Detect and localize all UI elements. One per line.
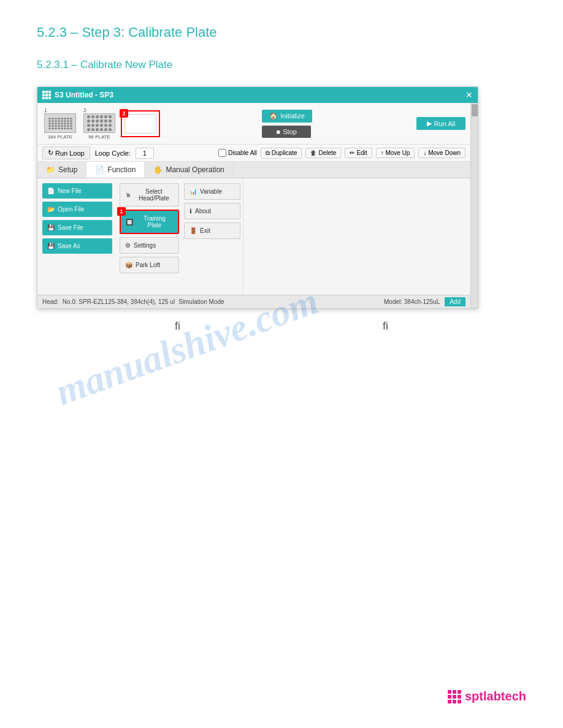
scrollbar-thumb xyxy=(472,104,478,116)
plate-item-2[interactable]: 2 96 PLATE xyxy=(82,105,117,142)
trash-icon: 🗑 xyxy=(310,150,316,156)
tab-setup[interactable]: 📁 Setup xyxy=(37,162,86,178)
save-file-icon: 💾 xyxy=(47,224,55,231)
document-icon: 📄 xyxy=(95,165,104,174)
folder-icon: 📁 xyxy=(46,165,55,174)
home-icon: 🏠 xyxy=(269,112,278,120)
tab-manual-operation[interactable]: 🖐 Manual Operation xyxy=(145,162,233,178)
app-titlebar: S3 Untitled - SP3 ✕ xyxy=(37,87,478,103)
run-loop-button[interactable]: ↻ Run Loop xyxy=(42,146,90,159)
status-bar: Head: No.0: SPR-EZL125-384, 384ch(4), 12… xyxy=(37,295,470,308)
app-close-button[interactable]: ✕ xyxy=(465,91,473,99)
plate-number-1: 1 xyxy=(44,107,47,113)
disable-all-checkbox[interactable] xyxy=(218,149,226,157)
duplicate-icon: ⧉ xyxy=(266,150,270,157)
open-file-button[interactable]: 📂 Open File xyxy=(42,202,112,217)
select-head-plate-button[interactable]: 🖱 Select Head/Plate xyxy=(120,183,179,207)
training-plate-icon: 🔲 xyxy=(126,219,133,226)
variable-button[interactable]: 📊 Variable xyxy=(184,183,240,200)
app-window: S3 Untitled - SP3 ✕ 1 xyxy=(37,86,478,309)
training-badge: 1 xyxy=(117,207,126,216)
run-all-button[interactable]: ▶ Run All xyxy=(416,117,465,130)
delete-button[interactable]: 🗑 Delete xyxy=(305,148,341,158)
fi-2: fi xyxy=(383,320,388,333)
stop-icon: ■ xyxy=(276,128,280,135)
move-up-button[interactable]: ↑ Move Up xyxy=(376,148,415,158)
logo-area: sptlabtech xyxy=(448,689,526,703)
plate-label-1: 384 PLATE xyxy=(48,134,72,140)
play-icon: ▶ xyxy=(427,119,432,127)
training-plate-button[interactable]: 1 🔲 Training Plate xyxy=(120,210,179,234)
new-file-icon: 📄 xyxy=(47,188,55,194)
tabs-row: 📁 Setup 📄 Function 🖐 Manual Operation xyxy=(37,162,470,178)
save-as-button[interactable]: 💾 Save As xyxy=(42,238,112,254)
spt-logo-grid xyxy=(448,690,461,703)
plate-badge-3: 2 xyxy=(120,109,128,118)
initialize-button[interactable]: 🏠 Initialize xyxy=(262,110,312,123)
fi-1: fi xyxy=(175,320,180,333)
logo-spt: spt xyxy=(465,689,483,703)
app-title: S3 Untitled - SP3 xyxy=(55,91,113,99)
stop-button[interactable]: ■ Stop xyxy=(262,126,311,138)
plate-label-2: 96 PLATE xyxy=(88,134,110,140)
scrollbar[interactable] xyxy=(470,103,478,308)
add-button[interactable]: Add xyxy=(445,297,465,306)
duplicate-button[interactable]: ⧉ Duplicate xyxy=(261,148,302,159)
settings-button[interactable]: ⚙ Settings xyxy=(120,237,179,254)
app-logo-icon xyxy=(42,91,51,99)
select-head-icon: 🖱 xyxy=(125,192,131,199)
logo-text: sptlabtech xyxy=(465,689,526,703)
variable-icon: 📊 xyxy=(190,188,197,195)
save-as-icon: 💾 xyxy=(47,243,55,249)
loop-cycle-label: Loop Cycle: xyxy=(95,150,131,157)
exit-icon: 🚪 xyxy=(190,227,197,234)
logo-labtech: labtech xyxy=(483,689,526,703)
plate-item-1[interactable]: 1 384 PLATE xyxy=(42,105,78,142)
open-file-icon: 📂 xyxy=(47,206,55,213)
plate-item-3[interactable]: 2 xyxy=(121,110,160,137)
simulation-label: Simulation Mode xyxy=(178,298,224,305)
about-button[interactable]: ℹ About xyxy=(184,203,240,219)
about-icon: ℹ xyxy=(190,208,192,214)
plate-number-2: 2 xyxy=(83,107,86,113)
model-label: Model: 384ch-125uL xyxy=(384,298,440,305)
disable-all-label: Disable All xyxy=(228,150,257,156)
settings-icon: ⚙ xyxy=(125,242,131,249)
head-value: No.0: SPR-EZL125-384, 384ch(4), 125 ul xyxy=(63,298,175,305)
new-file-button[interactable]: 📄 New File xyxy=(42,183,112,199)
content-area xyxy=(243,178,470,295)
move-down-button[interactable]: ↓ Move Down xyxy=(418,148,465,158)
titlebar-left: S3 Untitled - SP3 xyxy=(42,91,113,99)
exit-button[interactable]: 🚪 Exit xyxy=(184,222,240,239)
plate-thumbnail-3 xyxy=(124,114,156,134)
park-loft-button[interactable]: 📦 Park Loft xyxy=(120,257,179,273)
heading-2: 5.2.3.1 – Calibrate New Plate xyxy=(37,59,526,71)
tab-function[interactable]: 📄 Function xyxy=(86,162,145,178)
loop-icon: ↻ xyxy=(48,149,53,157)
pencil-icon: ✏ xyxy=(350,150,354,156)
head-label: Head: xyxy=(42,298,59,305)
park-loft-icon: 📦 xyxy=(125,262,132,268)
heading-1: 5.2.3 – Step 3: Calibrate Plate xyxy=(37,25,526,40)
fi-row: fi fi xyxy=(37,314,526,339)
plate-thumbnail-1 xyxy=(44,113,76,133)
save-file-button[interactable]: 💾 Save File xyxy=(42,220,112,235)
hand-icon: 🖐 xyxy=(153,165,163,174)
loop-cycle-input[interactable] xyxy=(136,148,154,159)
edit-button[interactable]: ✏ Edit xyxy=(345,148,372,158)
plate-thumbnail-2 xyxy=(83,113,115,133)
